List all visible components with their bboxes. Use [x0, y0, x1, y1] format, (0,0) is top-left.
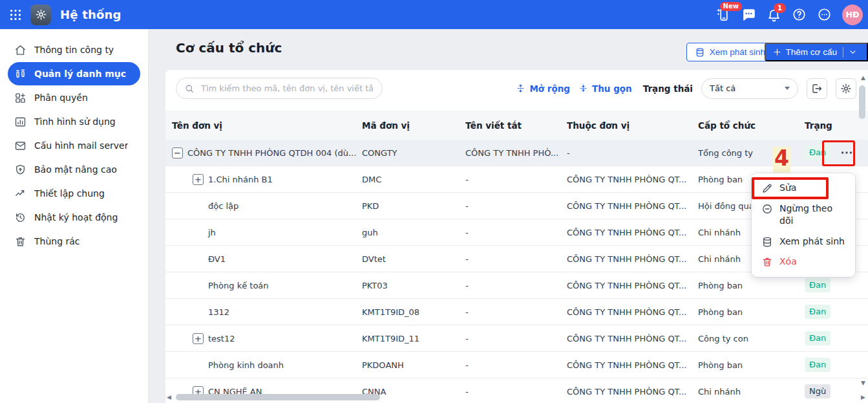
scrollbar-up-arrow[interactable]: ▲ — [861, 74, 865, 81]
table-row[interactable]: Phòng kinh doanhPKDOANH-CÔNG TY TNHH PHÒ… — [165, 352, 868, 378]
sidebar-item-label: Thông tin công ty — [34, 45, 114, 55]
unit-name: jh — [208, 228, 216, 237]
search-box — [176, 78, 383, 99]
export-button[interactable] — [807, 78, 827, 99]
unit-parent_unit-cell: CÔNG TY TNHH PHÒNG QT... — [567, 334, 698, 343]
sidebar-item-3[interactable]: Tình hình sử dụng — [8, 110, 140, 133]
collapse-row-toggle[interactable]: − — [172, 147, 183, 158]
unit-org_level-cell: Phòng ban — [698, 307, 805, 317]
vertical-scrollbar-thumb[interactable] — [859, 85, 865, 119]
avatar[interactable]: HĐ — [842, 5, 863, 25]
collapse-all-button[interactable]: Thu gọn — [578, 83, 632, 94]
unit-name-cell: +test12 — [165, 333, 362, 344]
toolbar-controls: Mở rộng Thu gọn Trạng thái Tất cả — [516, 78, 856, 99]
horizontal-scrollbar-thumb[interactable] — [176, 394, 380, 400]
trash-icon — [761, 256, 773, 268]
unit-code-cell: KMT1T9ID_08 — [362, 307, 465, 317]
search-input[interactable] — [200, 83, 374, 94]
trash-icon — [14, 235, 26, 248]
column-header-parent_unit[interactable]: Thuộc đơn vị — [567, 120, 698, 131]
context-menu-item-label: Ngừng theo dõi — [779, 202, 845, 228]
column-header-status[interactable]: Trạng — [805, 120, 868, 131]
unit-status-cell: Đan — [805, 278, 868, 292]
status-badge: Đan — [805, 146, 831, 160]
table-settings-button[interactable] — [836, 78, 856, 99]
expand-row-toggle[interactable]: + — [193, 333, 204, 344]
unit-parent_unit-cell: CÔNG TY TNHH PHÒNG QT... — [567, 254, 698, 264]
column-header-org_level[interactable]: Cấp tổ chức — [698, 120, 805, 131]
sidebar-item-6[interactable]: Thiết lập chung — [8, 182, 140, 205]
column-header-short_name[interactable]: Tên viết tắt — [465, 120, 567, 131]
whats-new-button[interactable]: New — [716, 7, 731, 22]
scrollbar-right-arrow[interactable]: ▶ — [861, 394, 865, 400]
topbar-actions: New 1 HĐ — [716, 0, 863, 29]
chevron-down-icon[interactable] — [848, 47, 858, 57]
database-icon — [695, 47, 705, 58]
unit-org_level-cell: Phòng ban — [698, 281, 805, 290]
unit-short_name-cell: CÔNG TY TNHH PHÒ... — [465, 148, 567, 158]
unit-parent_unit-cell: CÔNG TY TNHH PHÒNG QT... — [567, 281, 698, 290]
unit-parent_unit-cell: CÔNG TY TNHH PHÒNG QT... — [567, 201, 698, 211]
pencil-icon — [761, 182, 773, 194]
chat-button[interactable] — [741, 7, 756, 22]
context-menu-item-label: Xem phát sinh — [779, 235, 845, 248]
unit-code-cell: PKD — [362, 201, 465, 211]
sidebar-item-4[interactable]: Cấu hình mail server — [8, 134, 140, 157]
app-launcher-icon[interactable] — [8, 8, 23, 22]
column-header-code[interactable]: Mã đơn vị — [362, 120, 465, 131]
unit-parent_unit-cell: CÔNG TY TNHH PHÒNG QT... — [567, 360, 698, 370]
gear-outline-icon — [840, 83, 852, 94]
sidebar-item-0[interactable]: Thông tin công ty — [8, 38, 140, 61]
status-filter-select[interactable]: Tất cả — [701, 78, 798, 99]
chat-icon — [741, 7, 756, 22]
scrollbar-down-arrow[interactable]: ▼ — [861, 380, 865, 386]
page-header: Cơ cấu tổ chức Xem phát sinh Thêm cơ cấu — [149, 29, 868, 70]
row-actions-button[interactable] — [840, 146, 854, 160]
unit-name: Phòng kế toán — [208, 281, 269, 290]
help-button[interactable] — [792, 7, 807, 22]
context-menu-item-3[interactable]: Xóa — [752, 252, 855, 272]
collapse-all-label: Thu gọn — [592, 83, 632, 94]
unit-code-cell: PKDOANH — [362, 360, 465, 370]
sidebar-item-8[interactable]: Thùng rác — [8, 230, 140, 253]
add-structure-button[interactable]: Thêm cơ cấu — [765, 43, 868, 61]
unit-status-cell: Đan — [805, 358, 868, 372]
sidebar-menu: Thông tin công tyQuản lý danh mụcPhân qu… — [0, 38, 148, 253]
scrollbar-left-arrow[interactable]: ◀ — [167, 394, 171, 400]
sidebar-item-5[interactable]: Bảo mật nâng cao — [8, 158, 140, 181]
context-menu-item-1[interactable]: Ngừng theo dõi — [752, 199, 855, 232]
view-transactions-label: Xem phát sinh — [710, 47, 765, 57]
more-options-button[interactable] — [817, 7, 832, 22]
expand-all-button[interactable]: Mở rộng — [516, 83, 570, 94]
unit-code-cell: DVtet — [362, 254, 465, 264]
view-transactions-button[interactable]: Xem phát sinh — [686, 43, 774, 61]
unit-name: CÔNG TY TNHH PHÒNG QTDH 004 (dù... — [187, 148, 356, 158]
status-filter-value: Tất cả — [710, 83, 736, 93]
table-row[interactable]: +test12KMT1T9ID_11-CÔNG TY TNHH PHÒNG QT… — [165, 325, 868, 352]
unit-name-cell: jh — [165, 228, 362, 237]
status-badge: Đan — [805, 305, 831, 319]
column-header-name[interactable]: Tên đơn vị — [165, 120, 362, 131]
sidebar-item-2[interactable]: Phân quyền — [8, 86, 140, 109]
unit-name-cell: ĐV1 — [165, 254, 362, 264]
sidebar-item-1[interactable]: Quản lý danh mục — [8, 62, 140, 85]
app-window: Hệ thống New 1 HĐ Thông tin công tyQuản … — [0, 0, 868, 403]
notifications-button[interactable]: 1 — [767, 7, 781, 22]
unit-short_name-cell: - — [465, 334, 567, 343]
context-menu-item-0[interactable]: Sửa — [752, 178, 855, 199]
shield-icon — [14, 164, 26, 176]
table-row[interactable]: 1312KMT1T9ID_08-CÔNG TY TNHH PHÒNG QT...… — [165, 299, 868, 325]
expand-row-toggle[interactable]: + — [193, 174, 204, 185]
unit-name-cell: độc lập — [165, 201, 362, 211]
unit-short_name-cell: - — [465, 254, 567, 264]
unit-short_name-cell: - — [465, 281, 567, 290]
status-badge: Đan — [805, 358, 831, 372]
unit-status-cell: Đan — [805, 331, 868, 345]
unit-short_name-cell: - — [465, 307, 567, 317]
system-app-tile[interactable] — [30, 5, 51, 25]
row-context-menu: SửaNgừng theo dõiXem phát sinhXóa — [752, 173, 855, 277]
table-header-row: Tên đơn vịMã đơn vịTên viết tắtThuộc đơn… — [165, 111, 868, 140]
sidebar-item-7[interactable]: Nhật ký hoạt động — [8, 206, 140, 229]
table-row[interactable]: −CÔNG TY TNHH PHÒNG QTDH 004 (dù...CONGT… — [165, 140, 868, 166]
context-menu-item-2[interactable]: Xem phát sinh — [752, 232, 855, 252]
